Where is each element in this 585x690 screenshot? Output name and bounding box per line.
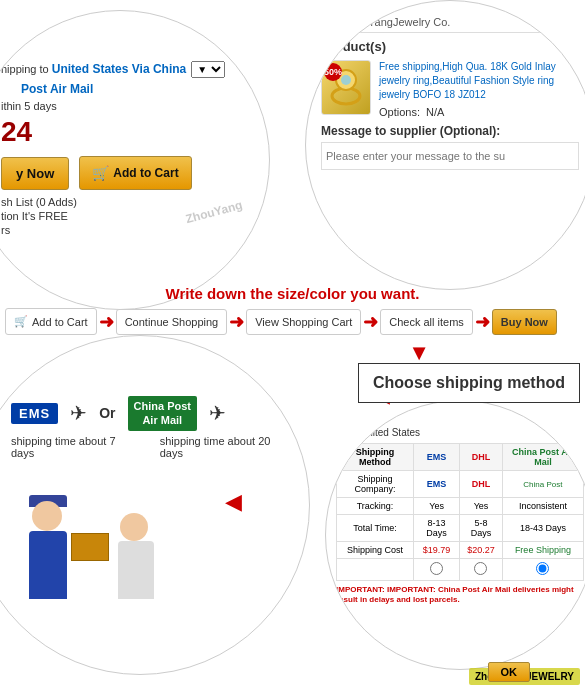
seller-text: ner: ZhouYangJewelry Co. [321,16,579,33]
write-down-instruction: Write down the size/color you want. [166,285,420,302]
delivery-text: ithin 5 days [1,100,239,112]
bottom-right-circle: United States Shipping Method EMS DHL Ch… [325,400,585,670]
cart-icon: 🛒 [92,165,109,181]
cart-step-icon: 🛒 [14,315,28,328]
topleft-circle: hipping to United States Via China ▼ Pos… [0,10,270,310]
ems-logo: EMS [11,403,58,424]
time-china: 18-43 Days [502,515,583,542]
step-check-items[interactable]: Check all items [380,309,473,335]
svg-point-2 [341,75,351,85]
label-tracking: Tracking: [337,498,414,515]
message-header: Message to supplier (Optional): [321,124,579,138]
tracking-dhl: Yes [460,498,503,515]
step-view-cart[interactable]: View Shopping Cart [246,309,361,335]
buy-now-button[interactable]: y Now [1,157,69,190]
step-buy-now[interactable]: Buy Now [492,309,557,335]
dhl-logo-cell: DHL [460,471,503,498]
ems-logo-cell: EMS [413,471,459,498]
discount-badge: 50% [324,63,342,81]
table-row-radio [337,559,584,581]
plane-icon-2: ✈ [209,401,226,425]
shipping-method-box: Choose shipping method [358,363,580,403]
radio-dhl[interactable] [474,562,487,575]
time-dhl: 5-8 Days [460,515,503,542]
step-flow: 🛒 Add to Cart ➜ Continue Shopping ➜ View… [5,308,580,335]
step-add-to-cart[interactable]: 🛒 Add to Cart [5,308,97,335]
product-row: 50% Free shipping,High Qua. 18K Gold Inl… [321,60,579,118]
shipping-label: hipping to United States Via China ▼ [1,61,239,78]
cost-china: Free Shipping [502,542,583,559]
ems-row: EMS ✈ Or China Post Air Mail ✈ [11,396,284,431]
shipping-post-link[interactable]: Post Air Mail [21,82,93,96]
options-row: Options: N/A [379,106,579,118]
receiver-body [118,541,154,599]
tracking-china: Inconsistent [502,498,583,515]
arrow-4: ➜ [475,311,490,333]
days-row: shipping time about 7 days shipping time… [11,435,284,459]
china-post-days-text: shipping time about 20 days [160,435,284,459]
important-note: IMPORTANT: IMPORTANT: China Post Air Mai… [336,585,584,606]
ems-days-text: shipping time about 7 days [11,435,130,459]
topright-circle: ner: ZhouYangJewelry Co. Product(s) 50% … [305,0,585,290]
bottom-left-circle: EMS ✈ Or China Post Air Mail ✈ shipping … [0,335,310,675]
col-header-china: China Post Air Mail [502,444,583,471]
step-continue-shopping[interactable]: Continue Shopping [116,309,228,335]
radio-china[interactable] [536,562,549,575]
free-sub-text: rs [1,224,239,236]
arrow-2: ➜ [229,311,244,333]
or-text: Or [99,405,115,421]
col-header-ems: EMS [413,444,459,471]
label-time: Total Time: [337,515,414,542]
delivery-head [32,501,62,531]
col-header-method: Shipping Method [337,444,414,471]
us-flag-icon [336,426,356,439]
wish-list-text: sh List (0 Adds) [1,196,239,208]
location-text: United States [360,427,420,438]
plane-icon-1: ✈ [70,401,87,425]
product-description: Free shipping,High Qua. 18K Gold Inlay j… [379,60,579,102]
cost-ems: $19.79 [413,542,459,559]
shipping-table: Shipping Method EMS DHL China Post Air M… [336,443,584,581]
table-row-company: Shipping Company: EMS DHL China Post [337,471,584,498]
time-ems: 8-13 Days [413,515,459,542]
table-row-time: Total Time: 8-13 Days 5-8 Days 18-43 Day… [337,515,584,542]
col-header-dhl: DHL [460,444,503,471]
china-post-logo: China Post Air Mail [128,396,197,431]
arrow-3: ➜ [363,311,378,333]
shipping-select[interactable]: ▼ [191,61,225,78]
arrow-bottom-left: ◀ [225,489,242,515]
products-header: Product(s) [321,39,579,54]
radio-ems[interactable] [430,562,443,575]
china-post-cell: China Post [502,471,583,498]
add-to-cart-button[interactable]: 🛒 Add to Cart [79,156,191,190]
price-display: 24 [1,116,239,148]
receiver-head [120,513,148,541]
label-company: Shipping Company: [337,471,414,498]
arrow-1: ➜ [99,311,114,333]
package-box [71,533,109,561]
ok-button[interactable]: OK [488,662,531,682]
message-input[interactable] [321,142,579,170]
label-cost: Shipping Cost [337,542,414,559]
cost-dhl: $20.27 [460,542,503,559]
delivery-body [29,531,67,599]
product-image: 50% [321,60,371,115]
shipping-link-usa[interactable]: United States Via China [52,62,186,76]
us-flag-row: United States [336,426,584,439]
tracking-ems: Yes [413,498,459,515]
table-row-cost: Shipping Cost $19.79 $20.27 Free Shippin… [337,542,584,559]
table-row-tracking: Tracking: Yes Yes Inconsistent [337,498,584,515]
